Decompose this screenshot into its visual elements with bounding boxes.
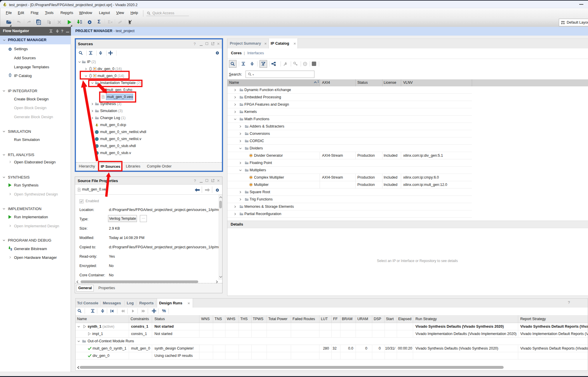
svg-text:01: 01: [80, 20, 82, 22]
svg-text:10: 10: [80, 22, 82, 24]
